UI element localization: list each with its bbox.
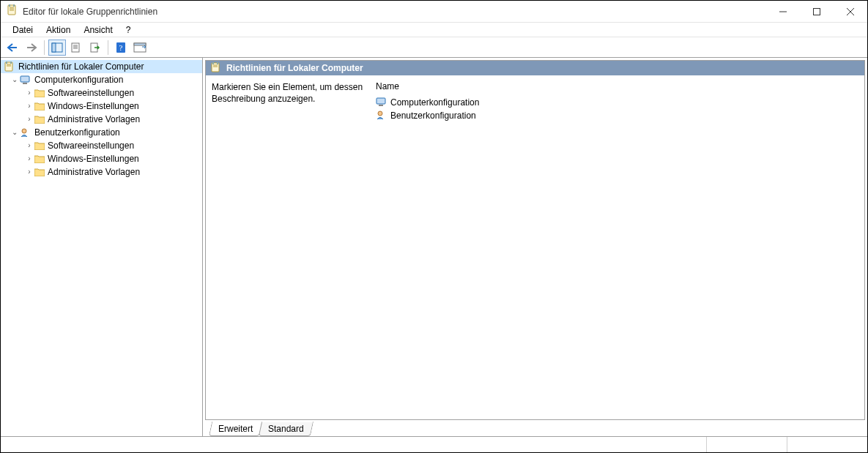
tab-extended[interactable]: Erweitert: [209, 422, 263, 436]
column-header-name[interactable]: Name: [376, 81, 858, 96]
chevron-right-icon[interactable]: ›: [24, 168, 34, 176]
titlebar: Editor für lokale Gruppenrichtlinien: [1, 1, 867, 23]
tree-label: Benutzerkonfiguration: [34, 127, 120, 138]
computer-icon: [376, 97, 387, 109]
tree-label: Softwareeinstellungen: [48, 141, 134, 151]
status-cell: [706, 437, 787, 452]
note-icon: [4, 61, 15, 72]
chevron-down-icon[interactable]: ⌄: [10, 76, 20, 83]
chevron-right-icon[interactable]: ›: [24, 155, 34, 162]
tree-admin-templates[interactable]: › Administrative Vorlagen: [1, 165, 202, 179]
chevron-right-icon[interactable]: ›: [24, 89, 34, 97]
nav-back-button[interactable]: [4, 40, 21, 56]
tree-label: Windows-Einstellungen: [48, 154, 139, 164]
window-title: Editor für lokale Gruppenrichtlinien: [23, 7, 766, 17]
svg-rect-35: [379, 105, 383, 106]
svg-rect-32: [212, 62, 214, 64]
details-heading: Richtlinien für Lokaler Computer: [226, 63, 363, 73]
details-panel: Richtlinien für Lokaler Computer Markier…: [203, 58, 867, 436]
maximize-button[interactable]: [800, 1, 834, 22]
tab-standard[interactable]: Standard: [259, 422, 314, 436]
properties-button[interactable]: [67, 40, 85, 56]
svg-rect-26: [21, 76, 29, 82]
help-button[interactable]: ?: [112, 40, 130, 56]
status-main: [1, 437, 706, 452]
tree-label: Windows-Einstellungen: [48, 101, 139, 111]
svg-point-36: [378, 111, 382, 116]
tree-root-label: Richtlinien für Lokaler Computer: [18, 61, 144, 72]
computer-icon: [20, 75, 31, 85]
tree-label: Administrative Vorlagen: [48, 167, 140, 177]
svg-rect-7: [814, 8, 820, 15]
filter-button[interactable]: [131, 40, 149, 56]
details-header: Richtlinien für Lokaler Computer: [206, 61, 864, 75]
list-item[interactable]: Computerkonfiguration: [376, 96, 858, 109]
app-window: Editor für lokale Gruppenrichtlinien Dat…: [0, 0, 868, 453]
svg-rect-25: [10, 61, 12, 64]
tree-user-config[interactable]: ⌄ Benutzerkonfiguration: [1, 126, 202, 139]
svg-point-28: [22, 129, 26, 133]
export-button[interactable]: [86, 40, 104, 56]
tree-software-settings[interactable]: › Softwareeinstellungen: [1, 86, 202, 100]
app-icon: [7, 4, 18, 18]
svg-rect-24: [6, 61, 7, 64]
folder-icon: [34, 142, 45, 150]
svg-rect-33: [217, 62, 218, 64]
note-icon: [210, 62, 222, 75]
tree-label: Administrative Vorlagen: [48, 114, 140, 124]
svg-rect-11: [52, 43, 56, 52]
details-body: Markieren Sie ein Element, um dessen Bes…: [206, 75, 864, 419]
chevron-down-icon[interactable]: ⌄: [10, 129, 20, 136]
menu-help[interactable]: ?: [120, 23, 137, 37]
tree-panel: Richtlinien für Lokaler Computer ⌄ Compu…: [1, 58, 203, 436]
minimize-button[interactable]: [766, 1, 800, 22]
tree-label: Softwareeinstellungen: [48, 88, 134, 98]
policy-tree[interactable]: Richtlinien für Lokaler Computer ⌄ Compu…: [1, 60, 202, 179]
nav-forward-button[interactable]: [23, 40, 40, 56]
tree-computer-config[interactable]: ⌄ Computerkonfiguration: [1, 73, 202, 86]
details-description: Markieren Sie ein Element, um dessen Bes…: [212, 81, 366, 413]
tree-windows-settings[interactable]: › Windows-Einstellungen: [1, 100, 202, 113]
menu-action[interactable]: Aktion: [40, 23, 76, 37]
menu-view[interactable]: Ansicht: [78, 23, 118, 37]
status-cell: [787, 437, 867, 452]
list-item-label: Benutzerkonfiguration: [390, 111, 476, 121]
menubar: Datei Aktion Ansicht ?: [1, 23, 867, 37]
folder-icon: [34, 155, 45, 163]
list-item[interactable]: Benutzerkonfiguration: [376, 109, 858, 122]
folder-icon: [34, 89, 45, 97]
show-tree-button[interactable]: [48, 40, 66, 56]
tree-label: Computerkonfiguration: [34, 75, 123, 85]
svg-rect-12: [72, 43, 79, 52]
toolbar: ?: [1, 37, 867, 58]
chevron-right-icon[interactable]: ›: [24, 102, 34, 110]
window-controls: [766, 1, 867, 22]
svg-rect-20: [134, 43, 146, 45]
tree-admin-templates[interactable]: › Administrative Vorlagen: [1, 113, 202, 126]
user-icon: [20, 127, 31, 138]
list-item-label: Computerkonfiguration: [390, 97, 479, 108]
folder-icon: [34, 102, 45, 111]
folder-icon: [34, 168, 45, 176]
content-split: Richtlinien für Lokaler Computer ⌄ Compu…: [1, 58, 867, 436]
user-icon: [376, 110, 387, 122]
tab-strip: Erweitert Standard: [203, 420, 867, 436]
tree-windows-settings[interactable]: › Windows-Einstellungen: [1, 152, 202, 165]
svg-rect-27: [23, 83, 27, 84]
menu-file[interactable]: Datei: [7, 23, 39, 37]
close-button[interactable]: [834, 1, 867, 22]
chevron-right-icon[interactable]: ›: [24, 142, 34, 149]
folder-icon: [34, 116, 45, 124]
toolbar-separator: [44, 40, 45, 55]
details-list: Name Computerkonfiguration Benutzerkonf: [376, 81, 858, 413]
toolbar-separator: [108, 40, 108, 55]
tree-software-settings[interactable]: › Softwareeinstellungen: [1, 139, 202, 152]
svg-rect-5: [13, 4, 15, 7]
details-content: Richtlinien für Lokaler Computer Markier…: [205, 60, 865, 420]
svg-rect-4: [9, 4, 10, 7]
statusbar: [1, 436, 867, 452]
chevron-right-icon[interactable]: ›: [24, 116, 34, 123]
tree-root[interactable]: Richtlinien für Lokaler Computer: [1, 60, 202, 73]
svg-text:?: ?: [119, 43, 123, 52]
svg-rect-34: [376, 98, 385, 104]
